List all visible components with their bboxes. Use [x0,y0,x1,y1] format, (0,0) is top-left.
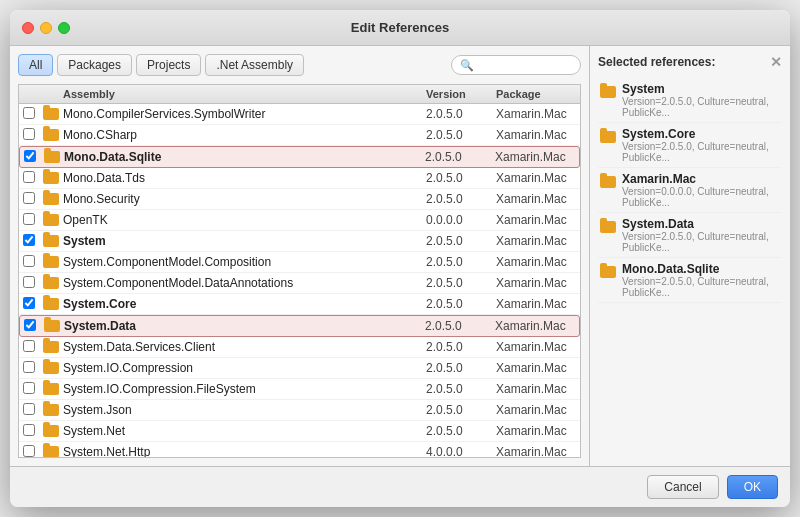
selected-item-info: Xamarin.MacVersion=0.0.0.0, Culture=neut… [622,172,780,208]
table-row: System.Net2.0.5.0Xamarin.Mac [19,421,580,442]
traffic-lights [22,22,70,34]
row-checkbox[interactable] [23,361,35,373]
row-version: 2.0.5.0 [426,276,496,290]
tabs-row: All Packages Projects .Net Assembly 🔍 [18,54,581,76]
row-assembly-name: OpenTK [63,213,426,227]
tab-packages[interactable]: Packages [57,54,132,76]
selected-item-info: SystemVersion=2.0.5.0, Culture=neutral, … [622,82,780,118]
row-assembly-name: System.Json [63,403,426,417]
row-checkbox[interactable] [23,297,35,309]
selected-item-name: System.Data [622,217,780,231]
selected-item-icon [600,174,616,190]
search-input[interactable] [478,58,578,72]
minimize-button[interactable] [40,22,52,34]
row-assembly-name: System.Net [63,424,426,438]
row-checkbox[interactable] [23,255,35,267]
col-version: Version [426,88,496,100]
row-checkbox[interactable] [23,424,35,436]
row-checkbox[interactable] [23,192,35,204]
row-package: Xamarin.Mac [496,255,576,269]
row-package: Xamarin.Mac [495,319,575,333]
row-checkbox[interactable] [23,403,35,415]
row-checkbox[interactable] [23,107,35,119]
folder-icon [43,444,59,458]
ok-button[interactable]: OK [727,475,778,499]
selected-item-name: Xamarin.Mac [622,172,780,186]
row-assembly-name: System.Data.Services.Client [63,340,426,354]
selected-list: SystemVersion=2.0.5.0, Culture=neutral, … [598,78,782,458]
row-package: Xamarin.Mac [495,150,575,164]
row-assembly-name: Mono.Data.Tds [63,171,426,185]
row-assembly-name: System.Core [63,297,426,311]
titlebar: Edit References [10,10,790,46]
table-header: Assembly Version Package [19,85,580,104]
row-checkbox[interactable] [23,382,35,394]
cancel-button[interactable]: Cancel [647,475,718,499]
row-version: 2.0.5.0 [426,382,496,396]
table-row: System.Data2.0.5.0Xamarin.Mac [19,315,580,337]
selected-references-label: Selected references: [598,55,715,69]
col-icon [43,88,63,100]
row-checkbox[interactable] [23,445,35,457]
row-package: Xamarin.Mac [496,171,576,185]
edit-references-dialog: Edit References All Packages Projects .N… [10,10,790,507]
selected-item-version: Version=2.0.5.0, Culture=neutral, Public… [622,96,780,118]
selected-item: System.DataVersion=2.0.5.0, Culture=neut… [598,213,782,258]
folder-icon [44,149,60,165]
row-assembly-name: Mono.CSharp [63,128,426,142]
row-assembly-name: System [63,234,426,248]
row-checkbox[interactable] [23,171,35,183]
close-button[interactable] [22,22,34,34]
selected-item-info: System.DataVersion=2.0.5.0, Culture=neut… [622,217,780,253]
table-row: Mono.Security2.0.5.0Xamarin.Mac [19,189,580,210]
row-version: 2.0.5.0 [426,107,496,121]
folder-icon [43,275,59,291]
row-assembly-name: System.IO.Compression [63,361,426,375]
row-package: Xamarin.Mac [496,234,576,248]
selected-references-header: Selected references: ✕ [598,54,782,70]
tab-projects[interactable]: Projects [136,54,201,76]
selected-item-icon [600,129,616,145]
selected-item: Mono.Data.SqliteVersion=2.0.5.0, Culture… [598,258,782,303]
row-package: Xamarin.Mac [496,128,576,142]
row-checkbox[interactable] [23,213,35,225]
folder-icon [43,360,59,376]
table-row: System.Json2.0.5.0Xamarin.Mac [19,400,580,421]
row-checkbox[interactable] [23,340,35,352]
row-assembly-name: System.Data [64,319,425,333]
table-row: System.ComponentModel.DataAnnotations2.0… [19,273,580,294]
table-row: System.Net.Http4.0.0.0Xamarin.Mac [19,442,580,458]
row-checkbox[interactable] [23,276,35,288]
folder-icon [43,191,59,207]
row-checkbox[interactable] [24,150,36,162]
main-content: All Packages Projects .Net Assembly 🔍 As… [10,46,790,466]
row-version: 2.0.5.0 [426,171,496,185]
tab-net-assembly[interactable]: .Net Assembly [205,54,304,76]
clear-selected-button[interactable]: ✕ [770,54,782,70]
row-checkbox[interactable] [23,234,35,246]
table-row: OpenTK0.0.0.0Xamarin.Mac [19,210,580,231]
table-body: Mono.CompilerServices.SymbolWriter2.0.5.… [19,104,580,458]
table-row: System.Core2.0.5.0Xamarin.Mac [19,294,580,315]
maximize-button[interactable] [58,22,70,34]
tab-all[interactable]: All [18,54,53,76]
col-assembly: Assembly [63,88,426,100]
folder-icon [43,127,59,143]
row-package: Xamarin.Mac [496,192,576,206]
row-assembly-name: System.ComponentModel.DataAnnotations [63,276,426,290]
assembly-table: Assembly Version Package Mono.CompilerSe… [18,84,581,458]
table-row: Mono.Data.Sqlite2.0.5.0Xamarin.Mac [19,146,580,168]
row-checkbox[interactable] [23,128,35,140]
row-assembly-name: System.IO.Compression.FileSystem [63,382,426,396]
selected-item: SystemVersion=2.0.5.0, Culture=neutral, … [598,78,782,123]
row-version: 2.0.5.0 [426,255,496,269]
row-version: 4.0.0.0 [426,445,496,458]
row-package: Xamarin.Mac [496,445,576,458]
row-version: 2.0.5.0 [426,403,496,417]
folder-icon [43,106,59,122]
selected-item-info: System.CoreVersion=2.0.5.0, Culture=neut… [622,127,780,163]
row-assembly-name: System.ComponentModel.Composition [63,255,426,269]
selected-item-name: System [622,82,780,96]
folder-icon [43,381,59,397]
row-checkbox[interactable] [24,319,36,331]
